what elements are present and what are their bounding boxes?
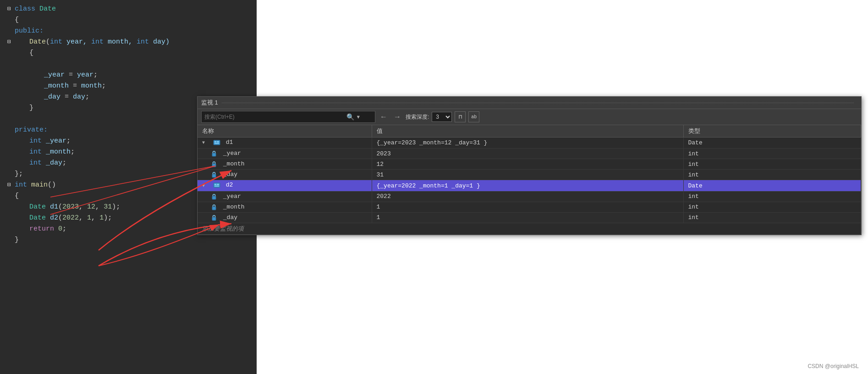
code-line-4: ⊟ Date(int year, int month, int day) xyxy=(0,37,257,48)
code-line-2: { xyxy=(0,15,257,26)
row-d2-month-type: int xyxy=(683,202,861,212)
svg-rect-3 xyxy=(214,143,219,144)
code-line-3: public: xyxy=(0,26,257,37)
col-header-value: 值 xyxy=(372,125,683,138)
table-row[interactable]: _year 2023 int xyxy=(198,148,861,159)
pin-icon: ⊓ xyxy=(459,114,462,121)
watch-toolbar: 🔍 ▾ ← → 搜索深度: 3 1 2 4 5 ⊓ ab xyxy=(198,109,861,125)
d2-month-lock-icon xyxy=(210,204,218,211)
d1-year-lock-icon xyxy=(210,150,218,157)
table-header-row: 名称 值 类型 xyxy=(198,125,861,138)
collapse-btn-17[interactable]: ⊟ xyxy=(4,181,15,190)
watch-window: 监视 1 🔍 ▾ ← → 搜索深度: 3 1 2 4 5 ⊓ ab xyxy=(197,96,862,235)
d2-month-text: _month xyxy=(223,204,245,210)
table-row[interactable]: ▼ d2 {_year=2022 _month=1 _day=1 } Date xyxy=(198,180,861,191)
code-line-6 xyxy=(0,59,257,70)
d1-name-text: d1 xyxy=(226,139,233,146)
row-d1-day-name[interactable]: _day xyxy=(198,170,372,180)
collapse-btn-1[interactable]: ⊟ xyxy=(4,5,15,14)
d2-year-text: _year xyxy=(223,193,241,200)
back-button[interactable]: ← xyxy=(378,113,389,121)
svg-rect-8 xyxy=(214,184,216,185)
table-row[interactable]: ▼ d1 {_year=2023 _month=12 _day=31 } Dat… xyxy=(198,138,861,148)
watch-title: 监视 1 xyxy=(201,99,218,107)
watermark: CSDN @originalHSL xyxy=(808,363,859,369)
depth-select[interactable]: 3 1 2 4 5 xyxy=(432,112,452,122)
add-watch-row[interactable]: 添加要监视的项 xyxy=(198,223,861,234)
table-row[interactable]: _day 31 int xyxy=(198,170,861,180)
row-d1-value: {_year=2023 _month=12 _day=31 } xyxy=(372,138,683,148)
row-d1-type: Date xyxy=(683,138,861,148)
svg-rect-5 xyxy=(212,164,216,167)
svg-rect-13 xyxy=(212,217,216,220)
row-d2-month-value: 1 xyxy=(372,202,683,212)
code-line-1: ⊟ class Date xyxy=(0,4,257,15)
d1-object-icon xyxy=(213,139,220,146)
row-d1-year-name[interactable]: _year xyxy=(198,148,372,159)
row-d1-name[interactable]: ▼ d1 xyxy=(198,138,372,148)
d2-year-lock-icon xyxy=(210,193,218,200)
d2-name-text: d2 xyxy=(226,182,233,189)
svg-rect-10 xyxy=(214,186,219,187)
watch-table: 名称 值 类型 ▼ xyxy=(198,125,861,235)
code-line-22: } xyxy=(0,235,257,246)
row-d2-day-value: 1 xyxy=(372,212,683,223)
svg-rect-11 xyxy=(212,196,216,199)
row-d2-year-type: int xyxy=(683,191,861,202)
search-dropdown[interactable]: ▾ xyxy=(356,112,361,121)
search-box[interactable]: 🔍 ▾ xyxy=(201,111,375,123)
row-d2-year-name[interactable]: _year xyxy=(198,191,372,202)
svg-rect-4 xyxy=(212,153,216,156)
table-row[interactable]: _month 12 int xyxy=(198,159,861,170)
table-row[interactable]: _day 1 int xyxy=(198,212,861,223)
search-icon[interactable]: 🔍 xyxy=(346,113,354,121)
ab-icon-btn[interactable]: ab xyxy=(468,111,479,122)
search-input[interactable] xyxy=(204,114,346,120)
svg-rect-12 xyxy=(212,207,216,210)
row-d2-name[interactable]: ▼ d2 xyxy=(198,180,372,191)
table-row[interactable]: _year 2022 int xyxy=(198,191,861,202)
code-line-5: { xyxy=(0,48,257,59)
d2-expand-arrow[interactable]: ▼ xyxy=(202,183,209,190)
row-d1-month-name[interactable]: _month xyxy=(198,159,372,170)
depth-label: 搜索深度: xyxy=(406,113,429,121)
add-watch-label[interactable]: 添加要监视的项 xyxy=(198,223,861,234)
row-d2-day-name[interactable]: _day xyxy=(198,212,372,223)
row-d1-month-value: 12 xyxy=(372,159,683,170)
d1-year-text: _year xyxy=(223,150,241,157)
svg-rect-0 xyxy=(214,140,220,145)
svg-rect-9 xyxy=(217,184,219,185)
row-d1-year-type: int xyxy=(683,148,861,159)
d1-day-text: _day xyxy=(223,171,237,178)
forward-button[interactable]: → xyxy=(392,113,403,121)
row-d1-day-value: 31 xyxy=(372,170,683,180)
row-d1-month-type: int xyxy=(683,159,861,170)
svg-rect-7 xyxy=(214,183,220,187)
pin-icon-btn[interactable]: ⊓ xyxy=(455,111,466,122)
watch-title-bar: 监视 1 xyxy=(198,97,861,109)
table-row[interactable]: _month 1 int xyxy=(198,202,861,212)
col-header-type: 类型 xyxy=(683,125,861,138)
code-line-7: _year = year; xyxy=(0,70,257,81)
row-d2-day-type: int xyxy=(683,212,861,223)
d1-day-lock-icon xyxy=(210,171,218,178)
d2-day-text: _day xyxy=(223,214,237,221)
d1-month-text: _month xyxy=(223,161,245,168)
row-d2-month-name[interactable]: _month xyxy=(198,202,372,212)
d1-expand-arrow[interactable]: ▼ xyxy=(202,140,209,147)
row-d1-day-type: int xyxy=(683,170,861,180)
row-d2-value: {_year=2022 _month=1 _day=1 } xyxy=(372,180,683,191)
col-header-name: 名称 xyxy=(198,125,372,138)
row-d2-year-value: 2022 xyxy=(372,191,683,202)
row-d2-type: Date xyxy=(683,180,861,191)
collapse-btn-4[interactable]: ⊟ xyxy=(4,38,15,47)
row-d1-year-value: 2023 xyxy=(372,148,683,159)
title-separator xyxy=(222,103,854,103)
svg-rect-2 xyxy=(217,141,219,143)
d1-month-lock-icon xyxy=(210,160,218,168)
ab-icon: ab xyxy=(471,115,477,120)
svg-rect-6 xyxy=(212,174,216,177)
svg-rect-1 xyxy=(214,141,216,143)
d2-object-icon xyxy=(213,182,220,189)
d2-day-lock-icon xyxy=(210,214,218,221)
